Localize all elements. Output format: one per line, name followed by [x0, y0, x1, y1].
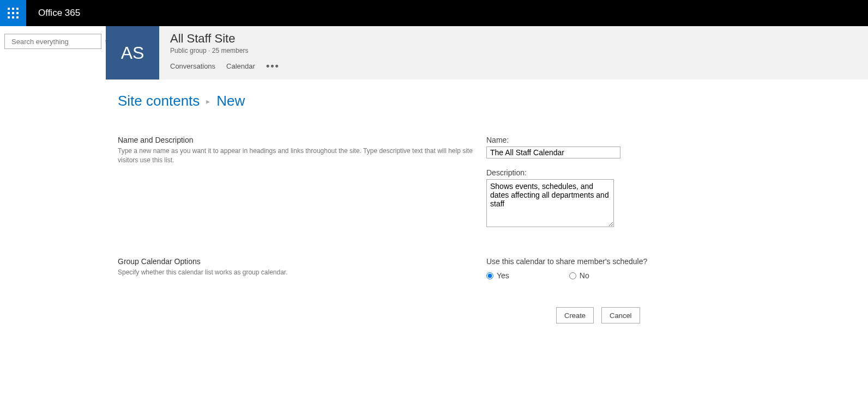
- waffle-icon: [8, 8, 19, 19]
- content-area: Site contents ▸ New Name and Description…: [106, 80, 868, 337]
- app-launcher-icon[interactable]: [0, 0, 26, 26]
- breadcrumb: Site contents ▸ New: [118, 93, 856, 109]
- description-label: Description:: [486, 168, 639, 177]
- radio-no-label[interactable]: No: [569, 271, 589, 280]
- left-column: ▼: [0, 26, 106, 397]
- section-group-calendar: Group Calendar Options Specify whether t…: [118, 257, 856, 280]
- svg-rect-7: [12, 16, 14, 19]
- nav-calendar[interactable]: Calendar: [226, 62, 255, 70]
- svg-rect-5: [16, 12, 19, 14]
- svg-rect-0: [8, 8, 10, 10]
- site-header: AS All Staff Site Public group · 25 memb…: [106, 26, 868, 80]
- svg-rect-2: [16, 8, 19, 10]
- svg-rect-8: [16, 16, 19, 19]
- section2-heading: Group Calendar Options: [118, 257, 475, 266]
- site-title[interactable]: All Staff Site: [170, 32, 280, 46]
- breadcrumb-root[interactable]: Site contents: [118, 93, 200, 109]
- breadcrumb-current: New: [216, 93, 245, 109]
- svg-rect-1: [12, 8, 14, 10]
- name-label: Name:: [486, 136, 639, 144]
- radio-no[interactable]: [569, 272, 576, 279]
- site-subtitle: Public group · 25 members: [170, 47, 280, 54]
- ellipsis-icon[interactable]: •••: [266, 61, 280, 71]
- create-button[interactable]: Create: [556, 307, 594, 323]
- top-bar: Office 365: [0, 0, 868, 26]
- section1-heading: Name and Description: [118, 136, 475, 144]
- chevron-right-icon: ▸: [206, 97, 210, 106]
- site-logo[interactable]: AS: [106, 26, 159, 80]
- radio-yes-label[interactable]: Yes: [486, 271, 509, 280]
- form-buttons: Create Cancel: [556, 307, 856, 323]
- share-schedule-question: Use this calendar to share member's sche…: [486, 257, 639, 266]
- name-input[interactable]: [486, 146, 620, 158]
- radio-yes-text: Yes: [497, 271, 509, 280]
- share-schedule-radio-group: Yes No: [486, 271, 639, 280]
- section2-hint: Specify whether this calendar list works…: [118, 268, 475, 277]
- radio-yes[interactable]: [486, 272, 493, 279]
- svg-rect-4: [12, 12, 14, 14]
- brand-name[interactable]: Office 365: [38, 8, 80, 19]
- search-input[interactable]: [10, 37, 104, 46]
- description-textarea[interactable]: [486, 179, 614, 227]
- nav-conversations[interactable]: Conversations: [170, 62, 215, 70]
- section1-hint: Type a new name as you want it to appear…: [118, 146, 475, 165]
- radio-no-text: No: [580, 271, 589, 280]
- section-name-description: Name and Description Type a new name as …: [118, 136, 856, 239]
- svg-rect-6: [8, 16, 10, 19]
- svg-rect-3: [8, 12, 10, 14]
- cancel-button[interactable]: Cancel: [601, 307, 640, 323]
- site-nav: Conversations Calendar •••: [170, 61, 280, 71]
- search-box[interactable]: ▼: [4, 34, 101, 49]
